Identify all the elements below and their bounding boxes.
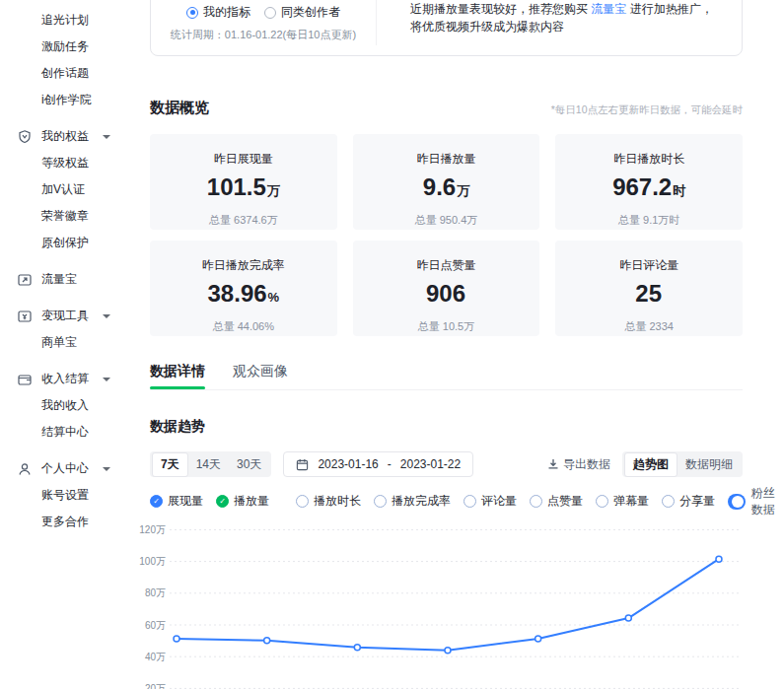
metric-scope-panel: 我的指标 同类创作者 统计周期：01.16-01.22(每日10点更新) 近期播… bbox=[150, 0, 743, 56]
view-data-table-button[interactable]: 数据明细 bbox=[677, 453, 741, 476]
sidebar-item-label: 更多合作 bbox=[41, 514, 89, 530]
trend-controls: 7天 14天 30天 2023-01-16 - 2023-01-22 导出数据 … bbox=[150, 451, 743, 477]
overview-update-note: *每日10点左右更新昨日数据，可能会延时 bbox=[551, 103, 743, 117]
kpi-total: 总量 6374.6万 bbox=[150, 213, 337, 228]
sidebar-item-dengji[interactable]: 等级权益 bbox=[0, 150, 148, 176]
sidebar-item-zhuiguang[interactable]: 追光计划 bbox=[0, 7, 148, 34]
sidebar-item-gerenzhongxin[interactable]: 个人中心 bbox=[0, 455, 148, 482]
kpi-value: 25 bbox=[635, 280, 662, 307]
sidebar-item-quanyi[interactable]: 我的权益 bbox=[0, 123, 148, 150]
sidebar-item-liuliangbao[interactable]: 流量宝 bbox=[0, 266, 148, 293]
kpi-total: 总量 2334 bbox=[555, 319, 743, 334]
main-content: 我的指标 同类创作者 统计周期：01.16-01.22(每日10点更新) 近期播… bbox=[148, 0, 784, 689]
legend-watch-time[interactable]: 播放时长 bbox=[296, 493, 361, 510]
date-range-picker[interactable]: 2023-01-16 - 2023-01-22 bbox=[283, 451, 473, 477]
svg-text:120万: 120万 bbox=[139, 524, 166, 535]
view-segmented-control: 趋势图 数据明细 bbox=[622, 451, 743, 477]
sidebar-item-label: 追光计划 bbox=[41, 12, 89, 29]
legend-comments[interactable]: 评论量 bbox=[463, 493, 517, 510]
legend-likes[interactable]: 点赞量 bbox=[530, 493, 583, 510]
radio-peer-creators[interactable]: 同类创作者 bbox=[264, 4, 340, 21]
kpi-label: 昨日播放时长 bbox=[555, 151, 743, 168]
sidebar-item-shouru[interactable]: 收入结算 bbox=[0, 366, 148, 392]
legend-label: 弹幕量 bbox=[613, 493, 649, 510]
sidebar-item-jiesuan[interactable]: 结算中心 bbox=[0, 419, 148, 446]
metric-legend: ✓展现量 ✓播放量 播放时长 播放完成率 评论量 点赞量 弹幕量 分享量 粉丝数… bbox=[150, 493, 743, 510]
range-30d-button[interactable]: 30天 bbox=[229, 453, 269, 476]
kpi-total: 总量 9.1万时 bbox=[555, 213, 743, 228]
sidebar-item-label: 创作话题 bbox=[41, 65, 89, 82]
checkbox-unchecked-icon bbox=[530, 495, 542, 508]
date-separator: - bbox=[388, 457, 392, 471]
fans-toggle-label: 粉丝数据 bbox=[751, 485, 779, 518]
trend-chart-svg: 120万100万80万60万40万20万 bbox=[148, 517, 784, 689]
promo-tip: 近期播放量表现较好，推荐您购买 流量宝 进行加热推广，将优质视频升级成为爆款内容 bbox=[377, 0, 742, 55]
view-trend-chart-button[interactable]: 趋势图 bbox=[624, 452, 677, 477]
kpi-value: 967.2 bbox=[612, 173, 672, 200]
sidebar-item-yuanchuang[interactable]: 原创保护 bbox=[0, 230, 148, 256]
sidebar-item-jiav[interactable]: 加V认证 bbox=[0, 176, 148, 203]
radio-my-metrics[interactable]: 我的指标 bbox=[186, 4, 250, 21]
kpi-unit: 万 bbox=[267, 183, 280, 198]
user-icon bbox=[17, 461, 33, 477]
date-start: 2023-01-16 bbox=[318, 457, 378, 471]
kpi-value: 101.5 bbox=[207, 173, 266, 200]
svg-text:100万: 100万 bbox=[139, 556, 166, 567]
monetize-icon bbox=[17, 309, 33, 324]
sidebar-item-wodeshouru[interactable]: 我的收入 bbox=[0, 392, 148, 419]
range-7d-button[interactable]: 7天 bbox=[152, 452, 188, 477]
chevron-down-icon bbox=[103, 135, 110, 139]
sidebar-item-zhanghao[interactable]: 账号设置 bbox=[0, 482, 148, 509]
range-14d-button[interactable]: 14天 bbox=[188, 453, 229, 476]
sidebar-item-label: 商单宝 bbox=[41, 334, 77, 351]
kpi-total: 总量 10.5万 bbox=[353, 319, 540, 334]
sidebar-item-huati[interactable]: 创作话题 bbox=[0, 60, 148, 87]
sidebar-item-bianxian[interactable]: 变现工具 bbox=[0, 303, 148, 329]
promo-tip-text: 近期播放量表现较好，推荐您购买 bbox=[410, 2, 591, 16]
kpi-card-comments: 昨日评论量 25 总量 2334 bbox=[555, 241, 743, 336]
kpi-value: 38.96 bbox=[208, 280, 267, 307]
sidebar-item-jili[interactable]: 激励任务 bbox=[0, 34, 148, 60]
kpi-label: 昨日展现量 bbox=[150, 151, 337, 168]
legend-impressions[interactable]: ✓展现量 bbox=[150, 493, 203, 510]
sidebar-item-label: 我的权益 bbox=[41, 128, 89, 145]
tab-label: 数据详情 bbox=[150, 363, 205, 379]
sidebar-item-label: 个人中心 bbox=[41, 460, 89, 477]
fans-data-toggle[interactable] bbox=[728, 494, 746, 510]
sidebar-item-rongyu[interactable]: 荣誉徽章 bbox=[0, 203, 148, 230]
kpi-value: 906 bbox=[426, 280, 465, 307]
tab-data-detail[interactable]: 数据详情 bbox=[150, 363, 205, 389]
sidebar-item-label: 流量宝 bbox=[41, 271, 77, 288]
legend-label: 播放量 bbox=[234, 493, 269, 510]
kpi-value: 9.6 bbox=[423, 173, 456, 200]
legend-completion-rate[interactable]: 播放完成率 bbox=[374, 493, 451, 510]
tab-audience-portrait[interactable]: 观众画像 bbox=[233, 363, 288, 389]
svg-text:40万: 40万 bbox=[145, 652, 166, 662]
chevron-down-icon bbox=[103, 378, 110, 381]
sidebar-item-label: 原创保护 bbox=[41, 235, 89, 251]
chevron-down-icon bbox=[103, 467, 110, 471]
export-data-button[interactable]: 导出数据 bbox=[547, 456, 610, 473]
sidebar-item-label: 变现工具 bbox=[41, 308, 89, 324]
legend-shares[interactable]: 分享量 bbox=[662, 493, 715, 510]
detail-tabs: 数据详情 观众画像 bbox=[150, 363, 743, 390]
calendar-icon bbox=[296, 458, 309, 471]
kpi-card-impressions: 昨日展现量 101.5万 总量 6374.6万 bbox=[150, 134, 337, 230]
svg-text:80万: 80万 bbox=[145, 587, 166, 598]
legend-plays[interactable]: ✓播放量 bbox=[216, 493, 269, 510]
kpi-unit: 万 bbox=[457, 183, 469, 198]
kpi-total: 总量 44.06% bbox=[150, 319, 337, 334]
liuliangbao-link[interactable]: 流量宝 bbox=[591, 2, 626, 16]
sidebar-item-label: 激励任务 bbox=[41, 38, 89, 55]
kpi-label: 昨日点赞量 bbox=[353, 257, 540, 274]
sidebar-item-hezuo[interactable]: 更多合作 bbox=[0, 509, 148, 535]
sidebar-item-shangdanbao[interactable]: 商单宝 bbox=[0, 329, 148, 356]
checkbox-unchecked-icon bbox=[662, 495, 675, 508]
overview-title: 数据概览 bbox=[150, 99, 209, 117]
legend-danmaku[interactable]: 弹幕量 bbox=[596, 493, 649, 510]
sidebar-item-label: 账号设置 bbox=[41, 487, 89, 504]
kpi-card-likes: 昨日点赞量 906 总量 10.5万 bbox=[353, 241, 540, 336]
sidebar-item-xueyuan[interactable]: i创作学院 bbox=[0, 87, 148, 113]
sidebar-item-label: 我的收入 bbox=[41, 397, 89, 414]
legend-label: 分享量 bbox=[679, 493, 715, 510]
